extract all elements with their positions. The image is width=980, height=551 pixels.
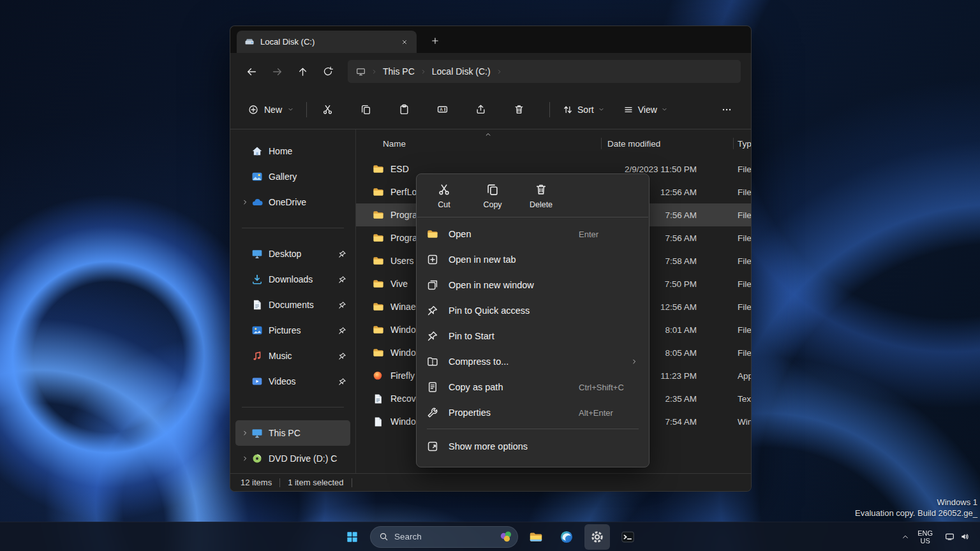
watermark-line2: Evaluation copy. Build 26052.ge_	[855, 508, 977, 518]
videos-icon	[251, 376, 263, 387]
shortcut-label: Enter	[579, 230, 639, 239]
menu-item-show-more-options[interactable]: Show more options	[420, 432, 645, 460]
up-button[interactable]	[292, 61, 313, 82]
column-divider[interactable]	[733, 138, 734, 149]
column-header-date-modified[interactable]: Date modified	[575, 139, 697, 149]
edge-icon	[560, 530, 574, 544]
expand-chevron[interactable]	[238, 199, 251, 205]
sidebar-item-documents[interactable]: Documents	[235, 292, 350, 318]
menu-item-open-in-new-window[interactable]: Open in new window	[420, 272, 645, 298]
chevron-down-icon	[598, 107, 604, 112]
language-indicator[interactable]: ENG US	[917, 529, 933, 545]
sidebar-item-onedrive[interactable]: OneDrive	[235, 189, 350, 215]
file-explorer-button[interactable]	[523, 524, 549, 550]
delete-button[interactable]: Delete	[523, 183, 560, 209]
sort-icon	[563, 105, 573, 115]
onedrive-icon	[251, 196, 263, 208]
sidebar-item-downloads[interactable]: Downloads	[235, 267, 350, 292]
breadcrumb: This PC Local Disk (C:)	[348, 60, 741, 83]
pin-icon	[338, 301, 346, 309]
sidebar-item-home[interactable]: Home	[235, 138, 350, 164]
forward-button[interactable]	[266, 61, 288, 82]
more-options-button[interactable]	[714, 98, 739, 121]
view-button[interactable]: View	[617, 98, 674, 121]
sidebar-item-dvd-drive[interactable]: DVD Drive (D:) C	[235, 446, 350, 471]
column-divider[interactable]	[601, 138, 602, 149]
delete-button[interactable]	[505, 98, 533, 121]
tab-close-button[interactable]	[397, 35, 412, 49]
sidebar-item-music[interactable]: Music	[235, 343, 350, 369]
terminal-icon	[621, 530, 635, 544]
search-box[interactable]	[370, 526, 518, 548]
menu-item-open[interactable]: Open Enter	[420, 221, 645, 247]
shortcut-label: Alt+Enter	[579, 408, 639, 418]
folder-icon	[373, 255, 384, 267]
open-new-tab-icon	[427, 254, 438, 265]
folder-icon	[373, 186, 384, 198]
share-button[interactable]	[466, 98, 494, 121]
chevron-down-icon	[288, 107, 293, 112]
context-menu-quick-actions: Cut Copy Delete	[417, 174, 649, 217]
edge-button[interactable]	[554, 524, 579, 550]
sidebar-item-pictures[interactable]: Pictures	[235, 318, 350, 343]
tab-local-disk-c[interactable]: Local Disk (C:)	[237, 31, 417, 53]
folder-icon	[373, 347, 384, 358]
status-divider	[279, 478, 280, 487]
cut-icon	[322, 104, 333, 115]
menu-item-compress-to[interactable]: Compress to...	[420, 349, 645, 374]
column-header-type[interactable]: Typ	[697, 139, 751, 149]
paste-button[interactable]	[390, 98, 418, 121]
forward-arrow-icon	[272, 66, 283, 77]
refresh-button[interactable]	[317, 61, 339, 82]
folder-icon	[373, 232, 384, 244]
tray-icons[interactable]	[941, 529, 974, 544]
chevron-down-icon	[662, 107, 667, 112]
new-button[interactable]: New	[242, 98, 300, 121]
new-button-label: New	[264, 105, 282, 115]
expand-chevron[interactable]	[238, 430, 251, 436]
sidebar: Home Gallery OneDrive Desktop	[230, 129, 355, 473]
sidebar-item-gallery[interactable]: Gallery	[235, 164, 350, 189]
ellipsis-icon	[722, 105, 732, 115]
menu-item-open-in-new-tab[interactable]: Open in new tab	[420, 247, 645, 272]
menu-item-copy-as-path[interactable]: Copy as path Ctrl+Shift+C	[420, 374, 645, 400]
column-header-name[interactable]: Name	[373, 139, 575, 149]
search-highlights-icon[interactable]	[499, 529, 514, 545]
back-button[interactable]	[241, 61, 262, 82]
cut-button[interactable]: Cut	[426, 183, 463, 209]
new-tab-button[interactable]	[426, 31, 445, 50]
taskbar: ENG US	[0, 522, 980, 551]
sidebar-item-desktop[interactable]: Desktop	[235, 241, 350, 267]
navigation-bar: This PC Local Disk (C:)	[230, 53, 751, 90]
start-button[interactable]	[339, 524, 365, 550]
documents-icon	[251, 299, 263, 311]
copy-button[interactable]	[352, 98, 380, 121]
trash-icon	[535, 183, 547, 196]
menu-item-pin-to-quick-access[interactable]: Pin to Quick access	[420, 298, 645, 323]
search-input[interactable]	[394, 532, 493, 541]
sort-ascending-icon	[485, 131, 491, 138]
cut-button[interactable]	[313, 98, 341, 121]
tab-title: Local Disk (C:)	[260, 37, 392, 47]
copy-button[interactable]: Copy	[474, 183, 511, 209]
folder-icon	[373, 324, 384, 335]
open-folder-icon	[427, 228, 438, 240]
settings-button[interactable]	[584, 524, 610, 550]
sort-button[interactable]: Sort	[556, 98, 611, 121]
breadcrumb-item-this-pc[interactable]: This PC	[383, 66, 415, 77]
copy-icon	[360, 104, 371, 115]
this-pc-icon	[356, 67, 366, 77]
breadcrumb-item-local-disk[interactable]: Local Disk (C:)	[432, 66, 491, 77]
expand-chevron[interactable]	[238, 455, 251, 462]
evaluation-watermark: Windows 1 Evaluation copy. Build 26052.g…	[855, 497, 977, 518]
back-arrow-icon	[246, 66, 257, 77]
system-tray: ENG US	[902, 522, 974, 551]
rename-button[interactable]	[428, 98, 456, 121]
sidebar-item-this-pc[interactable]: This PC	[235, 420, 350, 446]
pin-icon	[338, 378, 346, 386]
terminal-button[interactable]	[615, 524, 641, 550]
menu-item-pin-to-start[interactable]: Pin to Start	[420, 323, 645, 349]
menu-item-properties[interactable]: Properties Alt+Enter	[420, 400, 645, 425]
sidebar-item-videos[interactable]: Videos	[235, 369, 350, 394]
tray-expand-button[interactable]	[902, 533, 909, 541]
